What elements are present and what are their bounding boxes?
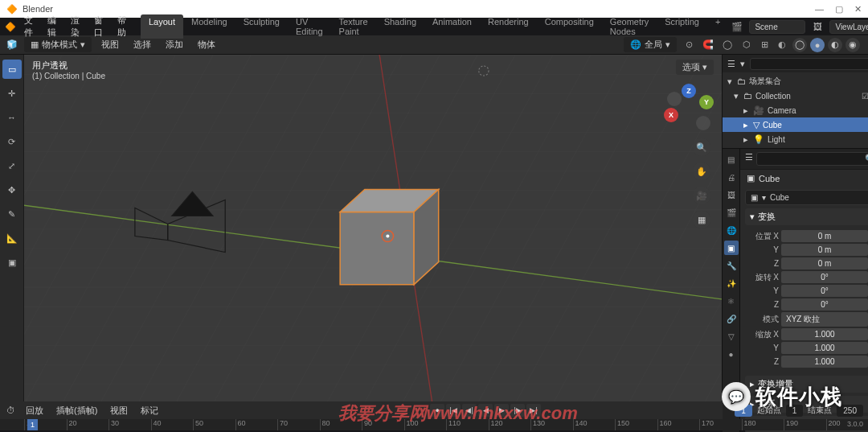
prop-tab-output[interactable]: 🖨 (724, 170, 739, 184)
maximize-button[interactable]: ▢ (835, 4, 843, 14)
display-mode-icon[interactable]: ▾ (740, 59, 745, 69)
scale-z-input[interactable]: 1.000 (781, 356, 868, 368)
scale-x-input[interactable]: 1.000 (781, 328, 868, 340)
perspective-toggle-icon[interactable]: ▦ (693, 211, 710, 228)
pan-icon[interactable]: ✋ (693, 163, 710, 180)
prop-tab-render[interactable]: ▤ (724, 152, 739, 167)
camera-view-icon[interactable]: 🎥 (693, 187, 710, 204)
shading-solid[interactable]: ● (810, 38, 825, 52)
menu-view[interactable]: 视图 (96, 37, 124, 52)
tab-animation[interactable]: Animation (424, 14, 480, 39)
outliner-search-input[interactable] (750, 58, 868, 70)
xray-icon[interactable]: ◐ (775, 38, 789, 52)
tab-scripting[interactable]: Scripting (657, 14, 707, 39)
tl-playback[interactable]: 回放 (21, 403, 48, 418)
overlay-toggle-icon[interactable]: ⊞ (757, 38, 772, 52)
prop-tab-object[interactable]: ▣ (724, 241, 739, 255)
tree-collection[interactable]: ▾🗀 Collection☑ 👁 📷 (723, 88, 868, 103)
panel-transform-header[interactable]: ▾变换 (745, 208, 868, 225)
menu-object[interactable]: 物体 (193, 37, 220, 52)
playhead[interactable]: 1 (27, 419, 38, 430)
tool-transform[interactable]: ✥ (2, 180, 22, 200)
axis-y[interactable]: Y (699, 95, 714, 109)
tab-compositing[interactable]: Compositing (537, 14, 602, 39)
viewport-3d[interactable]: 用户透视 (1) Collection | Cube 选项 ▾ Z Y X 🔍 … (24, 55, 722, 401)
prop-tab-world[interactable]: 🌐 (724, 223, 739, 237)
tool-measure[interactable]: 📐 (2, 228, 22, 248)
orientation-selector[interactable]: 🌐 全局 ▾ (624, 37, 677, 52)
prop-tab-viewlayer[interactable]: 🖼 (724, 187, 739, 202)
snap-icon[interactable]: 🧲 (701, 38, 715, 52)
prop-tab-constraints[interactable]: 🔗 (724, 311, 739, 326)
pivot-icon[interactable]: ⊙ (682, 38, 696, 52)
prop-tab-physics[interactable]: ⚛ (724, 294, 739, 308)
loc-y-input[interactable]: 0 m (781, 244, 868, 256)
prop-tab-data[interactable]: ▽ (724, 329, 739, 344)
rot-y-input[interactable]: 0° (781, 285, 868, 297)
scale-y-input[interactable]: 1.000 (781, 342, 868, 354)
loc-z-input[interactable]: 0 m (781, 257, 868, 269)
tool-rotate[interactable]: ⟳ (2, 132, 22, 151)
proportional-icon[interactable]: ◯ (720, 38, 735, 52)
tab-texture-paint[interactable]: Texture Paint (331, 14, 376, 39)
shading-wireframe[interactable]: ◯ (792, 38, 807, 52)
axis-x[interactable]: X (664, 108, 678, 122)
scene-name-input[interactable] (749, 20, 805, 34)
tool-add-cube[interactable]: ▣ (2, 253, 22, 272)
prop-tab-particles[interactable]: ✨ (724, 276, 739, 290)
properties-search-input[interactable] (756, 152, 868, 166)
shading-material[interactable]: ◐ (828, 38, 842, 52)
viewlayer-input[interactable] (829, 20, 868, 34)
prop-tab-material[interactable]: ● (724, 347, 739, 361)
options-dropdown[interactable]: 选项 ▾ (676, 60, 714, 75)
zoom-icon[interactable]: 🔍 (693, 138, 710, 156)
tab-modeling[interactable]: Modeling (183, 14, 235, 39)
tool-select-box[interactable]: ▭ (2, 60, 22, 79)
tree-item-cube[interactable]: ▸▽ Cube👁 📷 (723, 117, 868, 132)
rot-x-input[interactable]: 0° (781, 271, 868, 283)
prop-tab-modifiers[interactable]: 🔧 (724, 258, 739, 273)
tree-item-light[interactable]: ▸💡 Light👁 📷 (723, 132, 868, 146)
rot-z-input[interactable]: 0° (781, 298, 868, 311)
tab-geometry-nodes[interactable]: Geometry Nodes (602, 14, 657, 39)
tool-cursor[interactable]: ✛ (2, 84, 22, 103)
tab-rendering[interactable]: Rendering (480, 14, 537, 39)
tool-move[interactable]: ↔ (2, 108, 22, 127)
editor-type-icon[interactable]: 🧊 (5, 38, 19, 52)
prop-tab-scene[interactable]: 🎬 (724, 205, 739, 220)
axis-z[interactable]: Z (682, 84, 696, 98)
prop-editor-icon[interactable]: ☰ (745, 152, 753, 166)
tree-item-camera[interactable]: ▸🎥 Camera👁 📷 (723, 103, 868, 117)
tl-view[interactable]: 视图 (105, 403, 133, 418)
minimize-button[interactable]: — (815, 4, 824, 14)
shading-rendered[interactable]: ◉ (845, 38, 860, 52)
timeline-type-icon[interactable]: ⏱ (3, 403, 18, 418)
rotation-mode-select[interactable]: XYZ 欧拉 (781, 312, 868, 327)
tree-scene-collection[interactable]: ▾🗀 场景集合 (723, 74, 868, 88)
navigation-gizmo[interactable]: Z Y X (664, 84, 714, 134)
object-datablock[interactable]: ▣▾ Cube (745, 190, 868, 205)
menu-window[interactable]: 窗口 (88, 13, 109, 40)
tool-scale[interactable]: ⤢ (2, 156, 22, 175)
mode-selector[interactable]: ▦ 物体模式 ▾ (24, 37, 92, 52)
tab-add[interactable]: + (707, 14, 728, 39)
outliner-type-icon[interactable]: ☰ (727, 59, 735, 69)
gizmo-toggle-icon[interactable]: ⬡ (739, 38, 754, 52)
menu-help[interactable]: 帮助 (111, 13, 133, 40)
tab-shading[interactable]: Shading (376, 14, 424, 39)
axis-neg-y[interactable] (667, 92, 682, 106)
tool-annotate[interactable]: ✎ (2, 204, 22, 224)
close-button[interactable]: ✕ (854, 4, 862, 14)
menu-file[interactable]: 文件 (18, 13, 39, 40)
menu-render[interactable]: 渲染 (64, 13, 86, 40)
tab-layout[interactable]: Layout (141, 14, 183, 39)
loc-x-input[interactable]: 0 m (781, 230, 868, 242)
tab-sculpting[interactable]: Sculpting (235, 14, 288, 39)
menu-select[interactable]: 选择 (129, 37, 156, 52)
tl-keying[interactable]: 插帧(插帧) (51, 403, 102, 418)
menu-edit[interactable]: 编辑 (41, 13, 63, 40)
axis-neg-z[interactable] (696, 116, 710, 130)
menu-add[interactable]: 添加 (161, 37, 188, 52)
tl-marker[interactable]: 标记 (136, 403, 163, 418)
tab-uv-editing[interactable]: UV Editing (288, 14, 331, 39)
